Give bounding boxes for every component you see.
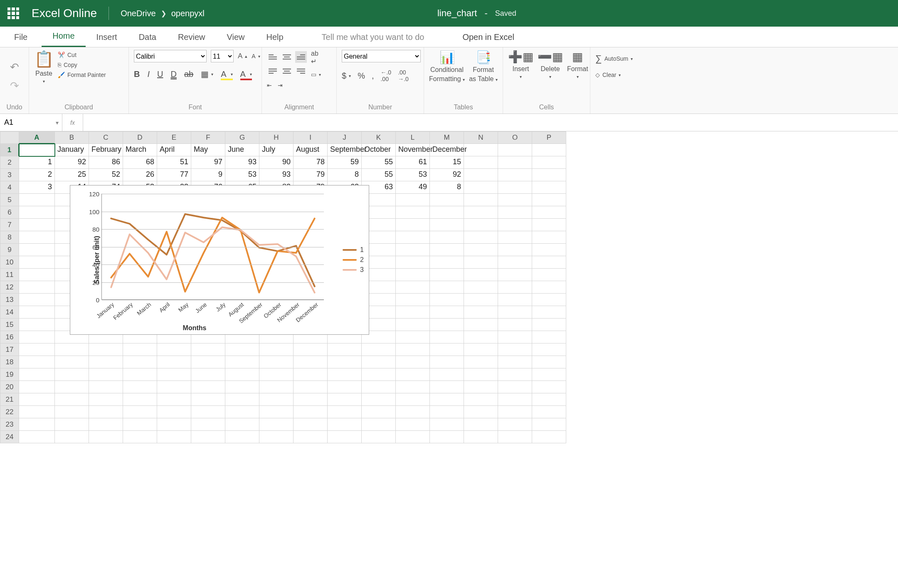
row-header-21[interactable]: 21	[0, 393, 19, 406]
cell-F2[interactable]: 97	[191, 156, 225, 169]
cell-D23[interactable]	[123, 418, 157, 431]
cell-A22[interactable]	[19, 406, 55, 418]
cell-A12[interactable]	[19, 281, 55, 294]
cell-I22[interactable]	[294, 406, 328, 418]
cell-P2[interactable]	[532, 156, 566, 169]
col-header-P[interactable]: P	[532, 131, 566, 144]
fx-icon[interactable]: fx	[62, 114, 83, 131]
name-box-input[interactable]	[0, 114, 52, 131]
cell-N14[interactable]	[464, 306, 498, 319]
row-header-2[interactable]: 2	[0, 156, 19, 169]
cell-B20[interactable]	[55, 381, 89, 393]
insert-cells-button[interactable]: ➕▦Insert▾	[508, 50, 533, 79]
cell-A21[interactable]	[19, 393, 55, 406]
cell-I1[interactable]: August	[294, 144, 328, 156]
cell-L14[interactable]	[396, 306, 430, 319]
cell-F3[interactable]: 9	[191, 169, 225, 181]
cell-D3[interactable]: 26	[123, 169, 157, 181]
cell-G2[interactable]: 93	[225, 156, 259, 169]
cell-I20[interactable]	[294, 381, 328, 393]
breadcrumb-leaf[interactable]: openpyxl	[171, 9, 205, 18]
cell-L23[interactable]	[396, 418, 430, 431]
cell-F18[interactable]	[191, 356, 225, 368]
cell-L24[interactable]	[396, 431, 430, 443]
cell-O22[interactable]	[498, 406, 532, 418]
cell-P15[interactable]	[532, 319, 566, 331]
cell-E19[interactable]	[157, 368, 191, 381]
cell-A8[interactable]	[19, 231, 55, 244]
cell-E20[interactable]	[157, 381, 191, 393]
row-header-8[interactable]: 8	[0, 231, 19, 244]
cell-A3[interactable]: 2	[19, 169, 55, 181]
app-launcher-icon[interactable]	[7, 7, 19, 19]
cell-O7[interactable]	[498, 219, 532, 231]
row-header-16[interactable]: 16	[0, 331, 19, 343]
cell-M11[interactable]	[430, 269, 464, 281]
cell-B2[interactable]: 92	[55, 156, 89, 169]
cell-D20[interactable]	[123, 381, 157, 393]
cell-M19[interactable]	[430, 368, 464, 381]
cell-G1[interactable]: June	[225, 144, 259, 156]
cell-A23[interactable]	[19, 418, 55, 431]
cell-P11[interactable]	[532, 269, 566, 281]
cell-C19[interactable]	[89, 368, 123, 381]
cell-L7[interactable]	[396, 219, 430, 231]
cell-P6[interactable]	[532, 206, 566, 219]
cell-G22[interactable]	[225, 406, 259, 418]
align-top-left[interactable]	[267, 51, 279, 63]
cell-J22[interactable]	[328, 406, 362, 418]
cell-P20[interactable]	[532, 381, 566, 393]
cell-P24[interactable]	[532, 431, 566, 443]
strikethrough-button[interactable]: ab	[184, 69, 193, 79]
cell-D22[interactable]	[123, 406, 157, 418]
col-header-J[interactable]: J	[328, 131, 362, 144]
cell-M17[interactable]	[430, 343, 464, 356]
cell-O8[interactable]	[498, 231, 532, 244]
row-header-13[interactable]: 13	[0, 294, 19, 306]
cell-H21[interactable]	[259, 393, 294, 406]
cell-J3[interactable]: 8	[328, 169, 362, 181]
row-header-12[interactable]: 12	[0, 281, 19, 294]
cell-A10[interactable]	[19, 256, 55, 269]
cell-H18[interactable]	[259, 356, 294, 368]
cell-J23[interactable]	[328, 418, 362, 431]
cell-A11[interactable]	[19, 269, 55, 281]
cell-I18[interactable]	[294, 356, 328, 368]
cell-H1[interactable]: July	[259, 144, 294, 156]
copy-button[interactable]: ⎘Copy	[58, 62, 106, 68]
cell-A1[interactable]	[19, 144, 55, 156]
row-header-17[interactable]: 17	[0, 343, 19, 356]
cell-O18[interactable]	[498, 356, 532, 368]
cell-O13[interactable]	[498, 294, 532, 306]
cell-N15[interactable]	[464, 319, 498, 331]
cell-E22[interactable]	[157, 406, 191, 418]
cell-P14[interactable]	[532, 306, 566, 319]
cell-L4[interactable]: 49	[396, 181, 430, 194]
cell-F24[interactable]	[191, 431, 225, 443]
comma-button[interactable]: ,	[372, 71, 374, 81]
cell-N7[interactable]	[464, 219, 498, 231]
font-color-button[interactable]: A▾	[240, 69, 252, 79]
bold-button[interactable]: B	[134, 69, 140, 79]
cell-L1[interactable]: November	[396, 144, 430, 156]
tab-insert[interactable]: Insert	[86, 27, 128, 47]
clear-button[interactable]: ◇Clear▾	[595, 72, 621, 78]
tab-view[interactable]: View	[216, 27, 255, 47]
cell-E2[interactable]: 51	[157, 156, 191, 169]
cell-A4[interactable]: 3	[19, 181, 55, 194]
format-as-table-button[interactable]: 📑 Format as Table ▾	[469, 50, 498, 83]
cell-F23[interactable]	[191, 418, 225, 431]
cell-H22[interactable]	[259, 406, 294, 418]
cell-H19[interactable]	[259, 368, 294, 381]
col-header-D[interactable]: D	[123, 131, 157, 144]
cell-P12[interactable]	[532, 281, 566, 294]
cell-N21[interactable]	[464, 393, 498, 406]
delete-cells-button[interactable]: ➖▦Delete▾	[538, 50, 563, 79]
cell-J18[interactable]	[328, 356, 362, 368]
cut-button[interactable]: ✂️Cut	[58, 52, 106, 58]
cell-L2[interactable]: 61	[396, 156, 430, 169]
cell-M10[interactable]	[430, 256, 464, 269]
row-header-20[interactable]: 20	[0, 381, 19, 393]
cell-N4[interactable]	[464, 181, 498, 194]
cell-P4[interactable]	[532, 181, 566, 194]
